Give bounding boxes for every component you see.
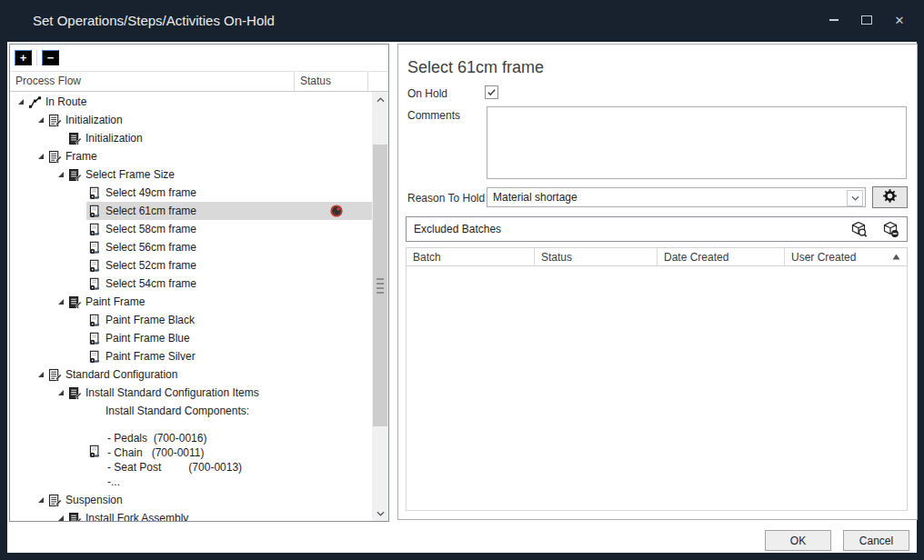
tree-row-content[interactable]: Frame [46, 147, 372, 165]
ok-button[interactable]: OK [765, 530, 831, 551]
tree-row[interactable]: Paint Frame Silver [10, 347, 372, 365]
expander-icon[interactable] [35, 115, 46, 125]
activity-icon [88, 314, 102, 327]
tree-row[interactable]: Paint Frame Blue [10, 329, 372, 347]
batch-column-label: Date Created [664, 251, 728, 264]
tree-row[interactable]: Paint Frame Black [10, 311, 372, 329]
title-bar[interactable]: Set Operations/Steps/Activities On-Hold … [0, 0, 924, 42]
expander-icon[interactable] [35, 370, 46, 379]
tree-row-content[interactable]: Select 56cm frame [86, 238, 372, 256]
expander-icon[interactable] [55, 297, 66, 306]
scroll-up-icon[interactable] [372, 92, 388, 107]
tree-row-content[interactable]: Select 52cm frame [86, 256, 372, 275]
window-title: Set Operations/Steps/Activities On-Hold [33, 13, 275, 28]
expander-icon[interactable] [35, 495, 46, 505]
tree-row-content[interactable]: Install Standard Components: [86, 402, 372, 420]
tree-row-content[interactable]: Select 49cm frame [86, 184, 372, 202]
tree-row[interactable]: Select 58cm frame [10, 220, 372, 238]
batch-column-header-batch[interactable]: Batch [407, 248, 535, 265]
tree-row[interactable]: Select 49cm frame [10, 184, 372, 202]
batch-column-header-status[interactable]: Status [535, 248, 658, 265]
tree-row-label: Initialization [85, 132, 143, 145]
operation-icon [48, 368, 62, 382]
close-button[interactable]: ✕ [889, 11, 909, 29]
batch-column-header-date-created[interactable]: Date Created [658, 248, 785, 265]
expander-icon[interactable] [55, 170, 66, 179]
expand-all-button[interactable]: + [15, 50, 32, 65]
tree-row-label: Install Standard Configuration Items [85, 386, 259, 399]
expander-spacer [75, 225, 86, 234]
tree-row-content[interactable]: - Pedals (700-0016) - Chain (700-0011) -… [86, 420, 372, 491]
tree-row[interactable]: Select Frame Size [10, 165, 372, 184]
tree-row-content[interactable]: Install Fork Assembly [66, 509, 372, 521]
tree-row-content[interactable]: Select 58cm frame [86, 220, 372, 238]
tree-row-content[interactable]: Select 61cm frame [86, 202, 372, 220]
scrollbar-thumb[interactable] [373, 145, 387, 426]
tree-row-label: Initialization [65, 114, 123, 126]
tree-row-content[interactable]: Standard Configuration [46, 365, 372, 384]
tree-row[interactable]: Install Standard Components: [10, 402, 372, 420]
cancel-button[interactable]: Cancel [843, 530, 909, 551]
tree-row[interactable]: Standard Configuration [10, 365, 372, 384]
expander-icon[interactable] [35, 152, 46, 161]
tree-row-content[interactable]: Paint Frame Blue [86, 329, 372, 347]
expander-spacer [75, 279, 86, 288]
tree-row-content[interactable]: Initialization [46, 111, 372, 129]
batch-remove-icon[interactable] [882, 221, 899, 238]
reason-to-hold-label: Reason To Hold [407, 192, 485, 205]
tree-row-content[interactable]: Paint Frame [66, 293, 372, 311]
tree-row-content[interactable]: In Route [26, 93, 372, 111]
tree-row[interactable]: Install Fork Assembly [10, 509, 372, 521]
tree-row-label: Paint Frame Silver [105, 350, 196, 363]
tree-row[interactable]: Suspension [10, 491, 372, 509]
tree-scrollbar[interactable] [372, 92, 388, 521]
tree-row[interactable]: Select 56cm frame [10, 238, 372, 256]
tree-row-content[interactable]: Select Frame Size [66, 165, 372, 184]
maximize-button[interactable] [857, 11, 877, 29]
tree-row-label: In Route [45, 95, 86, 108]
tree-row[interactable]: Select 52cm frame [10, 256, 372, 275]
tree-row[interactable]: Install Standard Configuration Items [10, 384, 372, 402]
reason-settings-button[interactable] [872, 186, 908, 208]
tree-row-content[interactable]: Paint Frame Silver [86, 347, 372, 365]
tree-row[interactable]: Select 61cm frame [10, 202, 372, 220]
tree-row-label: Select 56cm frame [105, 241, 196, 254]
comments-input[interactable] [487, 106, 907, 179]
batch-column-header-user-created[interactable]: User Created [785, 248, 907, 265]
batch-table-body[interactable] [406, 266, 908, 511]
expander-spacer [75, 243, 86, 252]
tree-row[interactable]: Initialization [10, 111, 372, 129]
minimize-button[interactable] [824, 11, 844, 29]
reason-to-hold-select[interactable]: Material shortage [487, 187, 866, 207]
step-icon [68, 132, 82, 145]
on-hold-checkbox[interactable] [485, 85, 498, 99]
tree-row[interactable]: - Pedals (700-0016) - Chain (700-0011) -… [10, 420, 372, 491]
activity-icon [88, 205, 102, 218]
tree-row-label: Select 52cm frame [105, 259, 196, 272]
tree-row-content[interactable]: Initialization [66, 129, 372, 147]
expander-icon[interactable] [55, 388, 66, 397]
expander-spacer [75, 406, 86, 415]
column-header-status[interactable]: Status [295, 72, 368, 91]
tree-row-content[interactable]: Suspension [46, 491, 372, 509]
expander-icon[interactable] [15, 97, 26, 106]
activity-icon [88, 332, 102, 345]
tree-row-content[interactable]: Install Standard Configuration Items [66, 384, 372, 402]
step-icon [68, 295, 82, 309]
tree-row-content[interactable]: Paint Frame Black [86, 311, 372, 329]
tree-row[interactable]: Initialization [10, 129, 372, 147]
tree-row-content[interactable]: Select 54cm frame [86, 275, 372, 293]
column-header-process-flow[interactable]: Process Flow [10, 72, 295, 91]
selected-activity-title: Select 61cm frame [407, 58, 544, 77]
collapse-all-button[interactable]: − [42, 50, 59, 65]
sort-asc-icon[interactable] [892, 254, 900, 260]
chevron-down-icon[interactable] [847, 190, 863, 206]
tree-row[interactable]: Paint Frame [10, 293, 372, 311]
batch-search-icon[interactable] [850, 221, 868, 238]
tree-row[interactable]: In Route [10, 93, 372, 111]
tree-row[interactable]: Frame [10, 147, 372, 165]
expander-icon[interactable] [55, 514, 66, 521]
tree-row[interactable]: Select 54cm frame [10, 275, 372, 293]
scroll-down-icon[interactable] [372, 505, 388, 521]
step-icon [68, 512, 82, 522]
